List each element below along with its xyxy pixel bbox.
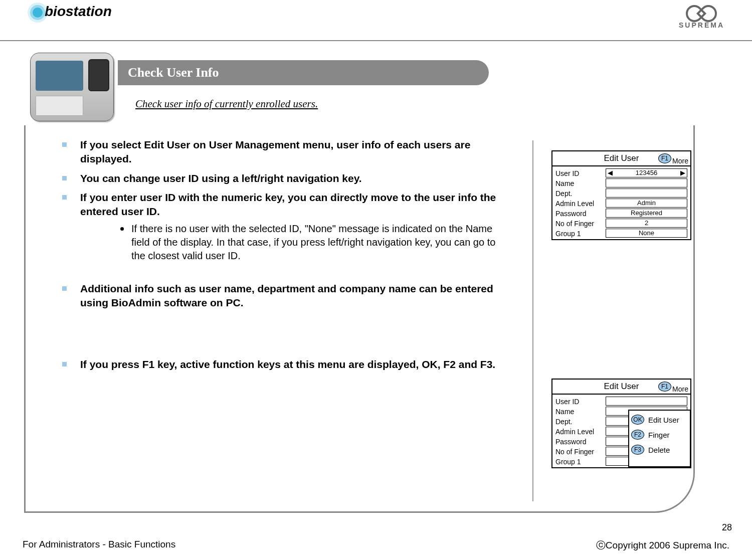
field-label: Admin Level (555, 199, 606, 209)
field-label: Dept. (555, 417, 606, 427)
brand-logo-right: SUPREMA (679, 5, 724, 29)
page-subtitle: Check user info of currently enrolled us… (135, 98, 318, 110)
popup-row-f2[interactable]: F2 Finger (631, 430, 688, 440)
bullet-item: If you press F1 key, active function key… (50, 357, 511, 371)
password-field[interactable]: Registered (606, 209, 687, 218)
no-finger-field[interactable]: 2 (606, 219, 687, 228)
field-label: No of Finger (555, 447, 606, 457)
f2-key-icon[interactable]: F2 (631, 430, 644, 440)
group1-field[interactable]: None (606, 229, 687, 238)
field-label: User ID (555, 168, 606, 178)
user-id-field[interactable]: ◀ 123456 ▶ (606, 168, 687, 177)
more-label: More (672, 382, 688, 396)
bullet-item: Additional info such as user name, depar… (50, 282, 511, 310)
edit-user-panel-popup: Edit User F1 More User ID Name Dept. Adm… (551, 379, 691, 468)
footer-right: ⓒCopyright 2006 Suprema Inc. (596, 539, 729, 552)
ok-label: Edit User (648, 416, 679, 424)
field-label: Name (555, 178, 606, 189)
user-id-field[interactable] (606, 397, 687, 406)
nav-right-icon[interactable]: ▶ (680, 169, 685, 177)
dept-field[interactable] (606, 189, 687, 198)
content-area: If you select Edit User on User Manageme… (50, 138, 511, 377)
f1-key-icon[interactable]: F1 (658, 382, 671, 392)
name-field[interactable] (606, 178, 687, 188)
device-thumbnail (30, 53, 114, 121)
field-label: Admin Level (555, 427, 606, 437)
page-title: Check User Info (118, 60, 489, 85)
brand-left-text: biostation (45, 4, 112, 19)
bullet-item: If you enter user ID with the numeric ke… (50, 191, 511, 263)
field-label: Password (555, 437, 606, 447)
popup-row-f3[interactable]: F3 Delete (631, 445, 688, 455)
bullet-item: You can change user ID using a left/righ… (50, 171, 511, 185)
nav-left-icon[interactable]: ◀ (608, 169, 613, 177)
f3-key-icon[interactable]: F3 (631, 445, 644, 455)
edit-user-panel: Edit User F1 More User ID Name Dept. Adm… (551, 150, 691, 240)
field-label: Dept. (555, 189, 606, 199)
field-label: Group 1 (555, 457, 606, 467)
f1-key-icon[interactable]: F1 (658, 153, 671, 163)
field-label: Password (555, 209, 606, 219)
panel-header: Edit User F1 More (552, 151, 690, 166)
panel-title: Edit User (604, 153, 639, 163)
field-label: Name (555, 407, 606, 417)
field-label: Group 1 (555, 229, 606, 239)
function-key-popup: OK Edit User F2 Finger F3 Delete (628, 410, 691, 467)
field-label: No of Finger (555, 219, 606, 229)
infinity-icon (686, 5, 717, 20)
f3-label: Delete (648, 446, 670, 454)
admin-level-field[interactable]: Admin (606, 199, 687, 208)
panel-header: Edit User F1 More (552, 380, 690, 395)
brand-right-text: SUPREMA (679, 21, 724, 29)
bullet-text: If you enter user ID with the numeric ke… (80, 192, 496, 217)
more-label: More (672, 154, 688, 168)
footer-left: For Administrators - Basic Functions (23, 539, 175, 552)
panel-title: Edit User (604, 382, 639, 391)
f2-label: Finger (648, 431, 670, 439)
bullet-item: If you select Edit User on User Manageme… (50, 138, 511, 166)
popup-row-ok[interactable]: OK Edit User (631, 415, 688, 425)
ok-key-icon[interactable]: OK (631, 415, 644, 425)
field-label: User ID (555, 397, 606, 407)
vertical-divider (532, 140, 533, 501)
brand-logo-left: biostation (28, 3, 112, 23)
sub-bullet-item: If there is no user with the selected ID… (120, 222, 511, 263)
user-id-value: 123456 (636, 169, 657, 176)
page-number: 28 (722, 522, 732, 533)
